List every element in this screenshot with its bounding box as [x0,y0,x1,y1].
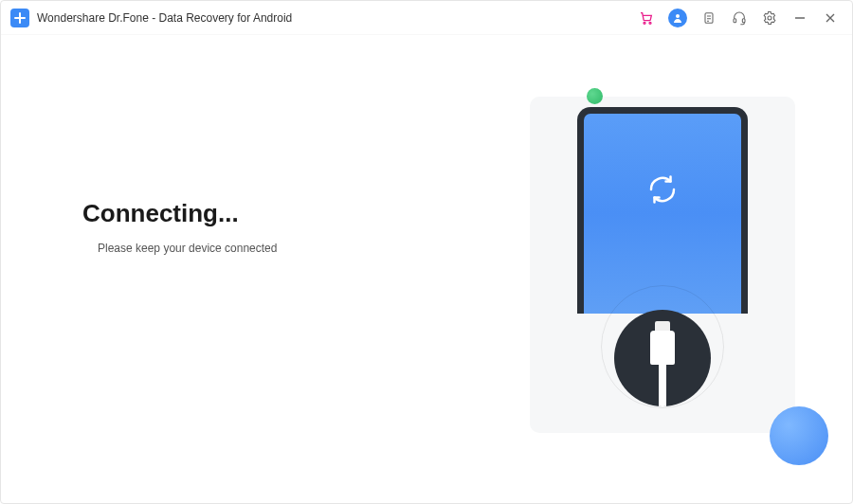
window-title: Wondershare Dr.Fone - Data Recovery for … [37,11,292,25]
illustration-panel [473,35,852,503]
connector-illustration [601,285,724,408]
status-heading: Connecting... [82,199,473,228]
status-subtitle: Please keep your device connected [98,242,473,255]
titlebar-actions [638,9,778,27]
close-button[interactable] [824,11,837,25]
svg-point-0 [644,22,645,24]
phone-illustration [577,107,748,314]
cable-body-icon [650,331,675,365]
svg-rect-4 [734,18,736,22]
clipboard-icon[interactable] [700,9,717,27]
gear-icon[interactable] [761,9,778,27]
titlebar: Wondershare Dr.Fone - Data Recovery for … [1,1,852,35]
cable-wire-icon [659,363,666,406]
minimize-button[interactable] [793,11,807,25]
sync-icon [644,171,681,208]
decorative-green-dot [587,88,603,104]
window-controls [793,11,837,25]
cable-tip-icon [655,321,670,331]
headset-icon[interactable] [731,9,748,27]
status-panel: Connecting... Please keep your device co… [1,35,473,503]
main-content: Connecting... Please keep your device co… [1,35,852,503]
svg-rect-5 [742,18,745,22]
app-logo-icon [10,9,29,27]
cart-icon[interactable] [638,9,655,27]
svg-point-1 [649,22,651,24]
svg-point-6 [768,16,771,20]
user-icon[interactable] [668,9,687,27]
connector-circle [614,310,711,406]
decorative-blue-sphere [770,406,828,465]
svg-point-2 [676,14,680,18]
